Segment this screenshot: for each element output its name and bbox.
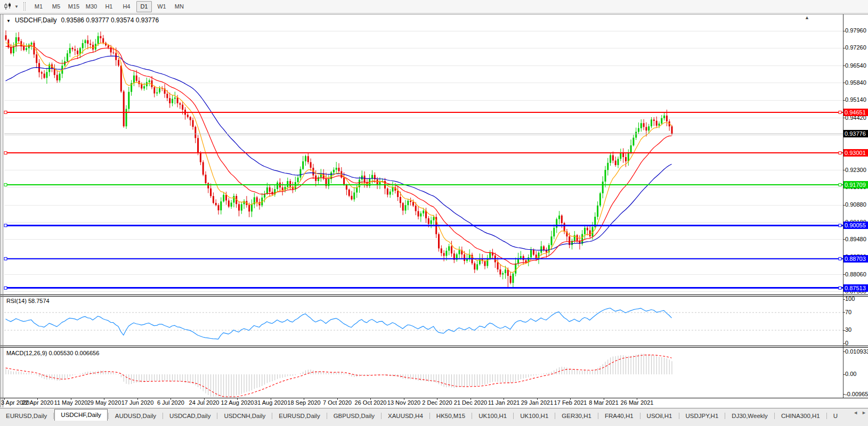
chart-tab[interactable]: USDCNH,Daily [218, 411, 271, 421]
price-tick-label: 0.90880 [845, 201, 866, 208]
timeframe-button-mn[interactable]: MN [172, 1, 187, 12]
chart-tab[interactable]: FRA40,H1 [599, 411, 639, 421]
tab-separator [513, 413, 514, 419]
price-tick-label: 0.97260 [845, 44, 866, 51]
tab-separator [429, 413, 430, 419]
chart-tab[interactable]: UK100,H1 [514, 411, 554, 421]
chart-tab[interactable]: USOil,H1 [641, 411, 678, 421]
price-tick-label: 0.97960 [845, 27, 866, 34]
line-handle[interactable] [4, 224, 7, 227]
date-tick-label: 2 Dec 2020 [422, 399, 452, 406]
timeframe-button-h1[interactable]: H1 [101, 1, 117, 12]
line-handle[interactable] [839, 224, 841, 227]
rsi-tick-label: 70 [845, 309, 851, 315]
tab-separator [472, 413, 472, 419]
price-tick-label: 0.89480 [845, 236, 866, 242]
chart-title: ▼ USDCHF,Daily 0.93586 0.93777 0.93574 0… [6, 17, 159, 24]
tab-separator [272, 413, 272, 419]
date-tick-label: 11 May 2020 [54, 399, 88, 406]
tab-separator [774, 413, 775, 419]
line-handle[interactable] [4, 257, 7, 260]
macd-label: MACD(12,26,9) 0.005530 0.006656 [6, 350, 99, 356]
rsi-tick-label: 0 [845, 340, 848, 346]
timeframe-buttons: M1M5M15M30H1H4D1W1MN [30, 1, 188, 12]
tab-scroll-left-icon[interactable]: ◄ [853, 410, 858, 415]
macd-tick-label: 0.00 [845, 371, 856, 377]
chart-tab[interactable]: DJ30,Weekly [726, 411, 774, 421]
timeframe-button-w1[interactable]: W1 [154, 1, 169, 12]
chart-tab[interactable]: HK50,M15 [431, 411, 471, 421]
price-tick-label: 0.95840 [845, 79, 866, 86]
chart-tab[interactable]: EURUSD,Daily [273, 411, 326, 421]
chart-tab[interactable]: GER30,H1 [556, 411, 597, 421]
timeframe-button-d1[interactable]: D1 [136, 1, 152, 12]
date-tick-label: 13 Nov 2020 [387, 399, 420, 406]
chart-collapse-icon[interactable]: ▼ [6, 19, 11, 23]
date-tick-label: 26 Oct 2020 [355, 399, 387, 406]
tab-scroll-right-icon[interactable]: ► [862, 410, 866, 415]
line-handle[interactable] [839, 257, 841, 260]
trading-platform-window: ▼ M1M5M15M30H1H4D1W1MN ▼ USDCHF,Daily 0.… [0, 0, 868, 426]
toolbar-grip[interactable] [23, 2, 26, 11]
tab-separator [217, 413, 217, 419]
date-tick-label: 8 Mar 2021 [589, 399, 619, 406]
tab-separator [598, 413, 598, 419]
date-tick-label: 17 Feb 2021 [554, 399, 587, 406]
chart-tab-bar: EURUSD,DailyUSDCHF,DailyAUDUSD,DailyUSDC… [0, 408, 868, 421]
chart-corner-marker-icon[interactable]: ▲ [805, 15, 809, 20]
level-price-badge: 0.88703 [843, 255, 868, 263]
timeframe-button-m5[interactable]: M5 [48, 1, 64, 12]
date-tick-label: 26 Mar 2021 [621, 399, 654, 406]
price-tick-label: 0.88060 [845, 271, 866, 277]
line-handle[interactable] [4, 286, 7, 289]
line-handle[interactable] [839, 111, 841, 113]
chart-canvas[interactable] [0, 0, 868, 426]
timeframe-button-m1[interactable]: M1 [31, 1, 46, 12]
level-price-badge: 0.91709 [843, 181, 868, 189]
tab-separator [327, 413, 327, 419]
chart-tab[interactable]: UK100,H1 [473, 411, 513, 421]
level-price-badge: 0.90055 [843, 222, 868, 229]
candlestick-tool-icon[interactable] [2, 2, 14, 11]
line-handle[interactable] [839, 152, 841, 154]
date-tick-label: 11 Jan 2021 [488, 399, 520, 406]
date-tick-label: 29 Jan 2021 [521, 399, 554, 406]
chart-tab[interactable]: AUDUSD,Daily [109, 411, 162, 421]
tab-separator [108, 413, 109, 419]
tab-separator [725, 413, 725, 419]
line-handle[interactable] [4, 152, 7, 154]
tab-separator [679, 413, 679, 419]
date-tick-label: 31 Aug 2020 [254, 399, 287, 406]
date-tick-label: 18 Sep 2020 [287, 399, 320, 406]
level-price-badge: 0.93001 [843, 149, 868, 157]
timeframe-button-m30[interactable]: M30 [84, 1, 99, 12]
chart-tab[interactable]: U [828, 411, 843, 421]
chart-tab[interactable]: USDCHF,Daily [54, 409, 107, 421]
chart-tab[interactable]: USDJPY,H1 [680, 411, 725, 421]
chart-tab[interactable]: CHINA300,H1 [775, 411, 826, 421]
timeframe-toolbar: ▼ M1M5M15M30H1H4D1W1MN [0, 0, 868, 13]
date-tick-label: 6 Jul 2020 [157, 399, 184, 406]
ohlc-values: 0.93586 0.93777 0.93574 0.93776 [61, 17, 159, 24]
chart-tab[interactable]: USDCAD,Daily [164, 411, 216, 421]
line-handle[interactable] [839, 286, 841, 289]
tab-separator [381, 413, 382, 419]
date-tick-label: 7 Oct 2020 [323, 399, 352, 406]
date-tick-label: 21 Dec 2020 [454, 399, 487, 406]
line-handle[interactable] [4, 183, 7, 186]
level-price-badge: 0.94651 [843, 109, 868, 116]
tab-separator [826, 413, 827, 419]
chevron-down-icon[interactable]: ▼ [14, 4, 19, 9]
price-tick-label: 0.96540 [845, 62, 866, 69]
timeframe-button-m15[interactable]: M15 [66, 1, 82, 12]
level-price-badge: 0.87513 [843, 284, 868, 292]
timeframe-button-h4[interactable]: H4 [119, 1, 134, 12]
rsi-tick-label: 30 [845, 326, 851, 333]
chart-tab[interactable]: EURUSD,Daily [0, 411, 53, 421]
price-tick-label: 0.92300 [845, 167, 866, 173]
chart-tab[interactable]: GBPUSD,Daily [328, 411, 380, 421]
line-handle[interactable] [4, 111, 7, 113]
tab-separator [163, 413, 163, 419]
line-handle[interactable] [839, 183, 841, 186]
chart-tab[interactable]: XAUUSD,H4 [382, 411, 429, 421]
